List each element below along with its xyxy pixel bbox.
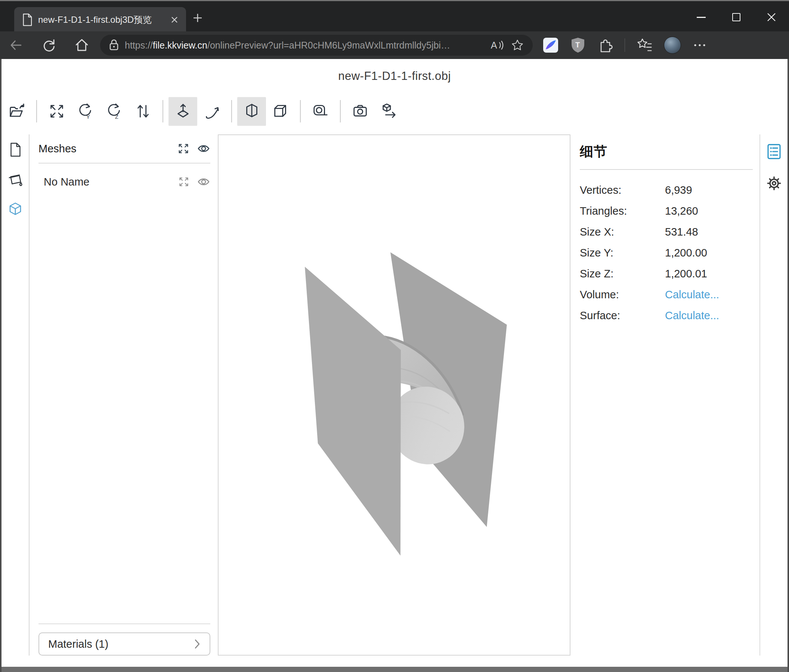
favorites-hub-icon[interactable] xyxy=(636,37,653,53)
new-tab-button[interactable] xyxy=(191,11,204,24)
orthographic-view-icon xyxy=(272,103,289,120)
open-file-button[interactable] xyxy=(2,97,31,126)
maximize-button[interactable] xyxy=(719,2,754,32)
details-row-volume: Volume: Calculate... xyxy=(580,284,753,305)
tab-title: new-F1-D1-1-first.obj3D预览 xyxy=(38,14,167,26)
more-icon[interactable] xyxy=(692,38,707,53)
details-divider xyxy=(580,169,753,170)
row-value: 13,260 xyxy=(665,205,698,217)
details-list-icon[interactable] xyxy=(767,143,781,160)
mesh-list-item[interactable]: No Name xyxy=(38,164,210,200)
document-icon xyxy=(22,13,33,27)
url-scheme: https:// xyxy=(125,40,153,50)
export-model-icon xyxy=(381,103,398,120)
flip-vertical-icon xyxy=(134,103,152,120)
row-value: 6,939 xyxy=(665,184,692,196)
expand-icon[interactable] xyxy=(178,176,189,188)
row-value: 1,200.00 xyxy=(665,247,707,259)
page-title: new-F1-D1-1-first.obj xyxy=(0,69,789,83)
meshes-title: Meshes xyxy=(38,143,177,155)
perspective-view-icon xyxy=(243,103,260,120)
preview-page: new-F1-D1-1-first.obj Y xyxy=(0,59,789,672)
fit-view-icon xyxy=(48,103,65,120)
settings-gear-icon[interactable] xyxy=(765,175,783,192)
toolbar-divider xyxy=(624,38,625,52)
svg-text:T: T xyxy=(575,41,580,49)
back-button[interactable] xyxy=(5,37,27,53)
blue-extension-icon[interactable] xyxy=(542,37,559,53)
extensions-puzzle-icon[interactable] xyxy=(597,37,613,53)
toolbar-divider xyxy=(163,100,163,123)
tab-close-icon[interactable] xyxy=(170,16,179,24)
left-plane xyxy=(305,267,401,556)
details-panel: 细节 Vertices: 6,939 Triangles: 13,260 Siz… xyxy=(571,134,759,656)
eye-icon[interactable] xyxy=(197,177,210,187)
screenshot-camera-icon xyxy=(352,103,369,120)
row-label: Size X: xyxy=(580,226,665,238)
rotate-y-button[interactable]: Y xyxy=(71,97,100,126)
mesh-name: No Name xyxy=(44,176,178,188)
rotate-z-button[interactable]: Z xyxy=(100,97,128,126)
measure-tool-button[interactable] xyxy=(306,97,335,126)
url-text[interactable]: https://file.kkview.cn/onlinePreview?url… xyxy=(125,40,483,51)
browser-tab[interactable]: new-F1-D1-1-first.obj3D预览 xyxy=(14,7,186,32)
materials-paint-icon[interactable] xyxy=(7,172,24,188)
window-bottom-strip xyxy=(0,667,789,672)
row-value: 1,200.01 xyxy=(665,268,707,280)
rotate-z-icon: Z xyxy=(106,103,123,120)
url-host: file.kkview.cn xyxy=(153,40,207,50)
details-row-size-y: Size Y: 1,200.00 xyxy=(580,242,753,263)
right-rail xyxy=(759,134,787,656)
close-button[interactable] xyxy=(754,2,789,32)
tampermonkey-shield-icon[interactable]: T xyxy=(570,37,586,53)
minimize-button[interactable] xyxy=(684,2,719,32)
3d-viewport[interactable] xyxy=(218,134,570,656)
move-tool-button[interactable] xyxy=(168,97,197,126)
toolbar-divider xyxy=(36,100,37,123)
measure-tool-icon xyxy=(312,103,329,120)
browser-titlebar: new-F1-D1-1-first.obj3D预览 xyxy=(0,0,789,31)
row-value: 531.48 xyxy=(665,226,698,238)
details-row-vertices: Vertices: 6,939 xyxy=(580,180,753,201)
materials-divider xyxy=(38,623,210,624)
orbit-tool-button[interactable] xyxy=(197,97,226,126)
favorite-star-icon[interactable] xyxy=(510,38,524,52)
row-label: Size Z: xyxy=(580,268,665,280)
lock-icon[interactable] xyxy=(109,39,120,51)
url-path: /onlinePreview?url=aHR0cHM6Ly9maWxlLmtrd… xyxy=(207,40,450,50)
calculate-volume-link[interactable]: Calculate... xyxy=(665,288,719,301)
chevron-right-icon xyxy=(194,639,201,649)
row-label: Size Y: xyxy=(580,247,665,259)
3d-scene xyxy=(219,135,570,655)
read-aloud-icon[interactable]: A xyxy=(489,38,504,52)
materials-label: Materials (1) xyxy=(48,638,194,650)
browser-window: new-F1-D1-1-first.obj3D预览 xyxy=(0,0,789,672)
meshes-panel: Meshes xyxy=(30,134,218,656)
export-model-button[interactable] xyxy=(375,97,404,126)
window-controls xyxy=(684,2,789,32)
fit-view-button[interactable] xyxy=(42,97,71,126)
left-rail xyxy=(2,134,30,656)
viewer-workspace: Meshes xyxy=(0,134,789,656)
calculate-surface-link[interactable]: Calculate... xyxy=(665,309,719,322)
expand-icon[interactable] xyxy=(177,143,189,154)
home-button[interactable] xyxy=(71,37,93,53)
model-cube-icon[interactable] xyxy=(8,202,23,217)
svg-text:Y: Y xyxy=(86,114,89,120)
row-label: Vertices: xyxy=(580,184,665,196)
file-icon[interactable] xyxy=(8,142,22,158)
flip-vertical-button[interactable] xyxy=(128,97,157,126)
orthographic-view-button[interactable] xyxy=(266,97,295,126)
details-row-size-z: Size Z: 1,200.01 xyxy=(580,263,753,284)
perspective-view-button[interactable] xyxy=(237,97,266,126)
materials-button[interactable]: Materials (1) xyxy=(38,632,210,656)
address-bar[interactable]: https://file.kkview.cn/onlinePreview?url… xyxy=(100,35,533,56)
refresh-button[interactable] xyxy=(38,37,60,53)
rotate-y-icon: Y xyxy=(77,103,94,120)
profile-avatar[interactable] xyxy=(664,37,681,54)
eye-icon[interactable] xyxy=(197,143,210,154)
extensions-area: T xyxy=(542,37,707,54)
screenshot-button[interactable] xyxy=(346,97,375,126)
move-tool-icon xyxy=(174,103,192,120)
viewer-toolbar: Y Z xyxy=(2,93,404,129)
